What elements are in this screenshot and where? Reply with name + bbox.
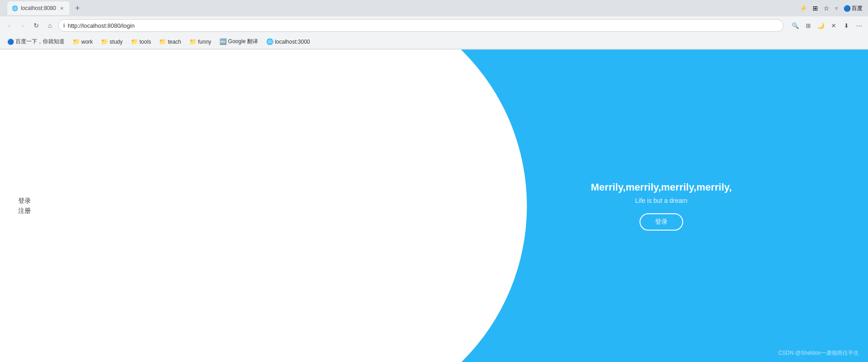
apps-button[interactable]: ⊞ [803, 20, 813, 31]
forward-button[interactable]: › [17, 20, 28, 31]
login-link[interactable]: 登录 [18, 197, 345, 205]
page-content: 登录 注册 Merrily,merrily,merrily,merrily, L… [0, 50, 868, 362]
address-bar[interactable]: ℹ http://localhost:8080/login [58, 19, 784, 32]
baidu-bookmark-icon: 🔵 [7, 39, 14, 45]
tab-close-button[interactable]: ✕ [59, 5, 65, 11]
google-translate-icon: 🔤 [219, 38, 227, 45]
baidu-button[interactable]: 🔵 百度 [842, 3, 864, 14]
profile-button[interactable]: ✕ [828, 20, 839, 31]
browser-controls: ‹ › ↻ ⌂ ℹ http://localhost:8080/login 🔍 … [0, 16, 868, 35]
active-tab[interactable]: 🌐 localhost:8080 ✕ [7, 1, 69, 15]
work-folder-icon: 📁 [73, 38, 80, 45]
browser-action-buttons: 🔍 ⊞ 🌙 ✕ ⬇ ⋯ [790, 20, 864, 31]
home-button[interactable]: ⌂ [45, 20, 55, 31]
bookmark-work[interactable]: 📁 work [69, 37, 96, 46]
lock-icon: ℹ [63, 23, 65, 29]
bookmark-google-translate[interactable]: 🔤 Google 翻译 [216, 36, 262, 47]
baidu-favicon: 🔵 [843, 5, 851, 12]
bookmarks-bar: 🔵 百度一下，你就知道 📁 work 📁 study 📁 tools 📁 tea… [0, 35, 868, 49]
bookmark-localhost3000[interactable]: 🌐 localhost:3000 [263, 37, 313, 46]
right-panel-content: Merrily,merrily,merrily,merrily, Life is… [591, 181, 732, 231]
url-text: http://localhost:8080/login [68, 22, 134, 29]
study-folder-icon: 📁 [101, 38, 108, 45]
localhost3000-icon: 🌐 [266, 38, 273, 45]
bookmark-tools[interactable]: 📁 tools [127, 37, 154, 46]
theme-toggle-button[interactable]: 🌙 [815, 20, 826, 31]
download-manager-button[interactable]: ⬇ [841, 20, 852, 31]
tab-title: localhost:8080 [21, 5, 56, 11]
grid-icon[interactable]: ⊞ [811, 3, 820, 14]
tools-folder-icon: 📁 [131, 38, 138, 45]
search-button[interactable]: 🔍 [790, 20, 801, 31]
left-panel: 登录 注册 [0, 50, 345, 362]
login-button[interactable]: 登录 [640, 213, 683, 231]
footer-text: CSDN @Sheldon一袭烟雨任平生 [778, 349, 859, 357]
register-link[interactable]: 注册 [18, 207, 345, 215]
bookmark-teach[interactable]: 📁 teach [155, 37, 184, 46]
tagline-main: Merrily,merrily,merrily,merrily, [591, 181, 732, 193]
back-button[interactable]: ‹ [4, 20, 15, 31]
bookmark-funny[interactable]: 📁 funny [186, 37, 215, 46]
right-section: Merrily,merrily,merrily,merrily, Life is… [345, 50, 868, 362]
bookmark-study[interactable]: 📁 study [97, 37, 126, 46]
bolt-icon[interactable]: ⚡ [798, 3, 809, 14]
funny-folder-icon: 📁 [189, 38, 197, 45]
tab-bar: 🌐 localhost:8080 ✕ + ⚡ ⊞ ☆ ▾ 🔵 百度 [0, 0, 868, 16]
reload-button[interactable]: ↻ [31, 20, 42, 31]
tagline-sub: Life is but a dream [591, 197, 732, 204]
new-tab-button[interactable]: + [71, 2, 83, 14]
bookmark-baidu[interactable]: 🔵 百度一下，你就知道 [4, 36, 68, 47]
tab-favicon: 🌐 [12, 5, 18, 11]
teach-folder-icon: 📁 [159, 38, 166, 45]
star-icon[interactable]: ☆ [822, 3, 831, 14]
menu-button[interactable]: ⋯ [853, 20, 864, 31]
